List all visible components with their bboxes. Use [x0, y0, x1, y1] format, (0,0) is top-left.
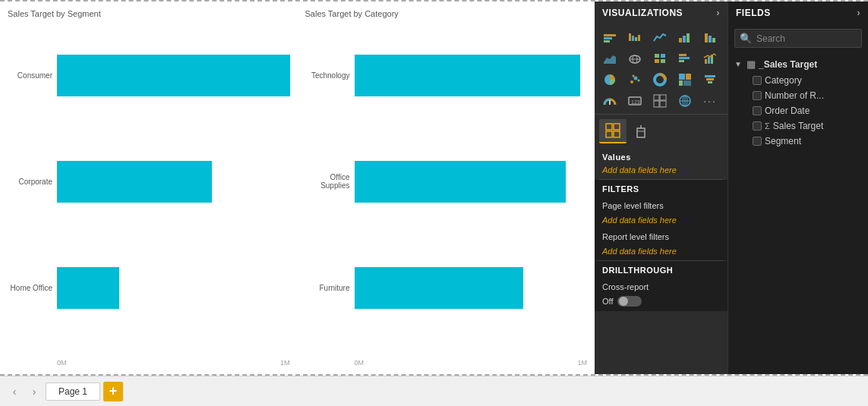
filters-report-add[interactable]: Add data fields here	[595, 244, 728, 260]
field-checkbox-category[interactable]	[753, 76, 762, 85]
page-next-btn[interactable]: ›	[26, 383, 43, 400]
axis-0m-cat: 0M	[355, 359, 365, 367]
drillthrough-section: DRILLTHROUGH Cross-report Off	[595, 261, 728, 311]
viz-icon-bar-h[interactable]	[674, 49, 696, 68]
viz-icon-scatter[interactable]	[624, 70, 645, 90]
filters-report-level: Report level filters	[595, 229, 728, 244]
viz-icon-map[interactable]	[624, 49, 645, 68]
viz-icon-globe[interactable]	[674, 91, 696, 111]
svg-rect-51	[614, 124, 620, 130]
viz-bottom-section	[595, 114, 728, 148]
viz-icon-stacked-col[interactable]	[699, 27, 721, 47]
viz-icon-combo[interactable]	[699, 49, 721, 68]
viz-icons-grid: 123	[595, 24, 728, 114]
page-tab[interactable]: Page 1	[46, 382, 100, 401]
svg-rect-10	[705, 33, 708, 42]
svg-rect-24	[708, 57, 710, 64]
svg-rect-36	[705, 75, 715, 77]
axis-segment: 0M 1M	[8, 359, 290, 367]
viz-icon-stacked-bar[interactable]	[599, 27, 620, 47]
viz-icon-more[interactable]: ···	[699, 91, 721, 111]
viz-icon-bar-clustered2[interactable]	[674, 27, 696, 47]
field-name-number-r: Number of R...	[765, 90, 824, 101]
svg-rect-33	[686, 74, 691, 80]
svg-rect-38	[708, 81, 712, 83]
svg-rect-9	[687, 33, 690, 42]
values-add-data[interactable]: Add data fields here	[595, 163, 728, 179]
field-checkbox-sales-target[interactable]	[753, 121, 762, 131]
viz-bottom-icons	[599, 119, 723, 143]
svg-rect-7	[679, 38, 682, 42]
viz-icon-funnel[interactable]	[699, 70, 721, 90]
viz-icon-card[interactable]: 123	[624, 91, 645, 111]
viz-icon-clustered-bar[interactable]	[624, 27, 645, 47]
field-segment[interactable]: Segment	[733, 134, 863, 149]
svg-rect-23	[705, 59, 707, 64]
bottom-bar: ‹ › Page 1 +	[0, 376, 868, 406]
svg-rect-43	[660, 95, 666, 100]
svg-point-29	[638, 80, 640, 82]
viz-icon-filled-map[interactable]	[649, 49, 671, 68]
visualizations-panel: VISUALIZATIONS ›	[595, 2, 728, 374]
bar-label-homeoffice: Home Office	[8, 284, 57, 292]
toggle-thumb	[619, 297, 628, 306]
viz-icon-line[interactable]	[649, 27, 671, 47]
field-category[interactable]: Category	[733, 73, 863, 88]
viz-icon-matrix[interactable]	[649, 91, 671, 111]
field-number-r[interactable]: Number of R...	[733, 88, 863, 103]
svg-rect-5	[635, 37, 637, 41]
bar-row-corporate: Corporate	[8, 161, 290, 203]
field-order-date[interactable]: Order Date	[733, 103, 863, 118]
viz-icon-area[interactable]	[599, 49, 620, 68]
bar-furniture	[355, 267, 524, 309]
add-page-btn[interactable]: +	[103, 382, 123, 401]
svg-rect-54	[637, 128, 645, 137]
svg-rect-32	[679, 74, 685, 80]
search-input[interactable]	[756, 33, 857, 44]
svg-rect-19	[661, 59, 665, 63]
table-icon: ▦	[746, 58, 756, 70]
tree-table-sales-target[interactable]: ▼ ▦ _Sales Target	[733, 55, 863, 73]
viz-icon-pie[interactable]	[599, 70, 620, 90]
values-label: Values	[595, 148, 728, 163]
search-box: 🔍	[734, 29, 862, 48]
viz-icon-treemap[interactable]	[674, 70, 696, 90]
field-sales-target[interactable]: Σ Sales Target	[733, 118, 863, 134]
field-checkbox-order-date[interactable]	[753, 106, 762, 115]
svg-rect-52	[606, 131, 612, 137]
bar-office	[355, 161, 567, 203]
chart-segment-title: Sales Target by Segment	[8, 9, 290, 18]
fields-panel-chevron[interactable]: ›	[857, 8, 861, 18]
axis-1m-cat: 1M	[577, 359, 587, 367]
field-checkbox-segment[interactable]	[753, 137, 762, 146]
svg-rect-4	[632, 36, 634, 41]
svg-rect-3	[629, 33, 631, 41]
svg-rect-42	[654, 95, 659, 100]
field-name-segment: Segment	[765, 136, 801, 146]
cross-report-toggle[interactable]	[617, 296, 642, 307]
fields-panel: FIELDS › 🔍 ▼ ▦ _Sales Target Category	[728, 2, 868, 374]
svg-rect-12	[712, 38, 715, 42]
viz-panel-chevron[interactable]: ›	[717, 8, 721, 18]
bar-homeoffice	[57, 267, 119, 309]
svg-rect-6	[638, 35, 640, 41]
filters-page-add[interactable]: Add data fields here	[595, 213, 728, 229]
toggle-off-row: Off	[595, 294, 728, 311]
svg-rect-16	[655, 54, 659, 58]
chart-category: Sales Target by Category Technology Offi…	[305, 9, 588, 367]
viz-format-icon[interactable]	[630, 119, 657, 143]
viz-fields-icon[interactable]	[599, 119, 627, 143]
svg-point-27	[630, 80, 633, 83]
svg-rect-11	[709, 36, 712, 42]
field-checkbox-number-r[interactable]	[753, 91, 762, 100]
bar-chart-segment: Consumer Corporate Home Office	[8, 23, 290, 356]
bar-label-tech: Technology	[305, 71, 355, 80]
viz-icon-gauge[interactable]	[599, 91, 620, 111]
axis-1m-seg: 1M	[280, 359, 290, 367]
page-prev-btn[interactable]: ‹	[6, 383, 23, 400]
fields-panel-header: FIELDS ›	[728, 2, 868, 24]
bar-chart-category: Technology Office Supplies Furniture	[305, 23, 588, 356]
viz-icon-donut[interactable]	[649, 70, 671, 90]
svg-rect-21	[679, 57, 690, 59]
svg-rect-53	[614, 131, 620, 137]
